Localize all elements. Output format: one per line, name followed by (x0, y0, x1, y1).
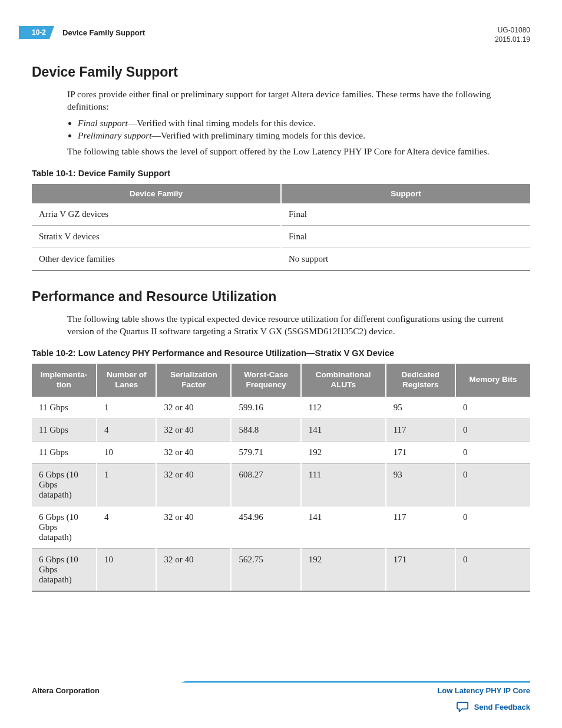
table-cell: 0 (455, 396, 530, 419)
section1-title: Device Family Support (32, 64, 530, 80)
table-row: Stratix V devicesFinal (32, 225, 530, 248)
table-cell: 6 Gbps (10 Gbps datapath) (32, 506, 97, 548)
footer-chapter-link[interactable]: Low Latency PHY IP Core (437, 686, 530, 695)
table-cell: 32 or 40 (156, 419, 231, 441)
section2-body: The following table shows the typical ex… (67, 313, 530, 338)
table1-caption: Table 10-1: Device Family Support (32, 169, 530, 178)
section2-intro: The following table shows the typical ex… (67, 313, 530, 338)
table-cell: 562.75 (231, 548, 300, 591)
table-cell: 6 Gbps (10 Gbps datapath) (32, 463, 97, 506)
table-cell: 10 (97, 548, 157, 591)
table-cell: 192 (301, 548, 386, 591)
table-cell: 141 (301, 419, 386, 441)
table-cell: 11 Gbps (32, 441, 97, 463)
table-cell: 0 (455, 506, 530, 548)
def-final-term: Final support (78, 118, 128, 128)
table-cell: 32 or 40 (156, 548, 231, 591)
def-preliminary: Preliminary support—Verified with prelim… (78, 130, 530, 141)
table-performance-utilization: Implementa­tionNumber of LanesSerializat… (32, 364, 530, 592)
table-cell: 4 (97, 506, 157, 548)
header-right: UG-01080 2015.01.19 (495, 26, 530, 44)
footer-rule (181, 681, 530, 683)
table-cell: 10 (97, 441, 157, 463)
table-cell: 117 (386, 419, 455, 441)
table-cell: 6 Gbps (10 Gbps datapath) (32, 548, 97, 591)
table-cell: 32 or 40 (156, 463, 231, 506)
t1-h1: Support (281, 184, 530, 203)
t2-header: Dedicated Registers (386, 364, 455, 396)
page-footer: Altera Corporation Low Latency PHY IP Co… (32, 681, 530, 713)
doc-code: UG-01080 (495, 26, 530, 35)
section1-post-list: The following table shows the level of s… (67, 146, 530, 158)
table-cell: Final (281, 203, 530, 225)
section1-body: IP cores provide either final or prelimi… (67, 88, 530, 158)
table-cell: 608.27 (231, 463, 300, 506)
table-cell: 1 (97, 463, 157, 506)
table-cell: Stratix V devices (32, 225, 281, 248)
table-cell: 4 (97, 419, 157, 441)
table-cell: 141 (301, 506, 386, 548)
table-row: Other device familiesNo support (32, 248, 530, 271)
def-final: Final support—Verified with final timing… (78, 118, 530, 129)
table-row: 6 Gbps (10 Gbps datapath)432 or 40454.96… (32, 506, 530, 548)
t2-header: Worst-Case Frequency (231, 364, 300, 396)
table-cell: 579.71 (231, 441, 300, 463)
def-prelim-term: Preliminary support (78, 130, 152, 140)
section1-intro: IP cores provide either final or prelimi… (67, 88, 530, 113)
header-section-name: Device Family Support (62, 28, 145, 37)
send-feedback-link[interactable]: Send Feedback (474, 703, 530, 711)
table-cell: 111 (301, 463, 386, 506)
table-cell: 454.96 (231, 506, 300, 548)
table-cell: 1 (97, 396, 157, 419)
t1-h0: Device Family (32, 184, 281, 203)
table-row: 6 Gbps (10 Gbps datapath)132 or 40608.27… (32, 463, 530, 506)
footer-company: Altera Corporation (32, 686, 100, 695)
table-cell: 599.16 (231, 396, 300, 419)
def-final-desc: —Verified with final timing models for t… (128, 118, 316, 128)
table-row: 11 Gbps132 or 40599.16112950 (32, 396, 530, 419)
doc-date: 2015.01.19 (495, 35, 530, 45)
table-row: 11 Gbps1032 or 40579.711921710 (32, 441, 530, 463)
table-cell: Other device families (32, 248, 281, 271)
table-cell: 11 Gbps (32, 419, 97, 441)
page-number-badge: 10-2 (19, 26, 54, 39)
table-row: Arria V GZ devicesFinal (32, 203, 530, 225)
t2-header: Combinational ALUTs (301, 364, 386, 396)
table-cell: 171 (386, 441, 455, 463)
feedback-icon[interactable] (457, 701, 470, 713)
t2-header: Number of Lanes (97, 364, 157, 396)
table-cell: Arria V GZ devices (32, 203, 281, 225)
t2-header: Serialization Factor (156, 364, 231, 396)
section2-title: Performance and Resource Utilization (32, 289, 530, 305)
table-cell: 0 (455, 463, 530, 506)
table-cell: 0 (455, 548, 530, 591)
table-cell: Final (281, 225, 530, 248)
table-row: 6 Gbps (10 Gbps datapath)1032 or 40562.7… (32, 548, 530, 591)
table-cell: No support (281, 248, 530, 271)
table-cell: 32 or 40 (156, 396, 231, 419)
table-cell: 117 (386, 506, 455, 548)
table-cell: 32 or 40 (156, 506, 231, 548)
table-cell: 0 (455, 419, 530, 441)
table-cell: 11 Gbps (32, 396, 97, 419)
table-cell: 584.8 (231, 419, 300, 441)
table-device-family-support: Device Family Support Arria V GZ devices… (32, 184, 530, 271)
table-cell: 0 (455, 441, 530, 463)
page-header: 10-2 Device Family Support UG-01080 2015… (32, 26, 530, 44)
t2-header: Memory Bits (455, 364, 530, 396)
table-cell: 32 or 40 (156, 441, 231, 463)
table-cell: 112 (301, 396, 386, 419)
header-left: 10-2 Device Family Support (32, 26, 145, 39)
table-cell: 171 (386, 548, 455, 591)
definition-list: Final support—Verified with final timing… (78, 118, 530, 141)
table-cell: 192 (301, 441, 386, 463)
table-cell: 95 (386, 396, 455, 419)
table2-caption: Table 10-2: Low Latency PHY Performance … (32, 348, 530, 358)
table-row: 11 Gbps432 or 40584.81411170 (32, 419, 530, 441)
def-prelim-desc: —Verified with preliminary timing models… (152, 130, 365, 140)
table-cell: 93 (386, 463, 455, 506)
t2-header: Implementa­tion (32, 364, 97, 396)
